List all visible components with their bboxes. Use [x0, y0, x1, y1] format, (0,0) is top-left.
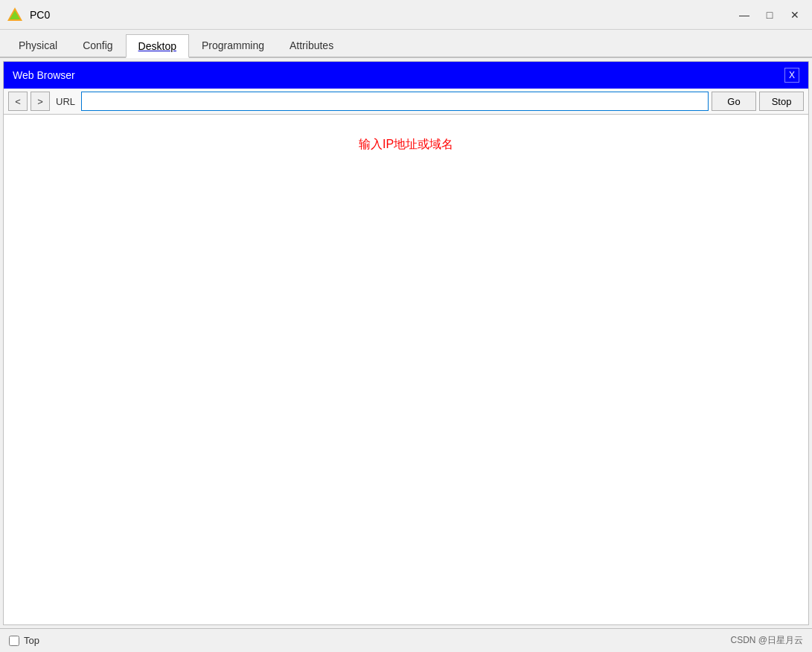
url-input[interactable] [81, 92, 709, 111]
go-button[interactable]: Go [712, 92, 756, 111]
browser-toolbar: < > URL Go Stop [4, 89, 808, 115]
tab-attributes[interactable]: Attributes [277, 33, 346, 57]
app-icon [6, 6, 24, 24]
top-label: Top [24, 635, 39, 646]
browser-content: 输入IP地址或域名 [4, 115, 808, 624]
title-bar: PC0 — □ ✕ [0, 0, 812, 30]
credit-text: CSDN @日星月云 [730, 634, 803, 647]
app-title: PC0 [30, 9, 50, 21]
stop-button[interactable]: Stop [759, 92, 804, 111]
tab-programming[interactable]: Programming [189, 33, 277, 57]
tab-desktop[interactable]: Desktop [126, 34, 189, 58]
back-button[interactable]: < [8, 92, 28, 111]
top-checkbox[interactable] [9, 636, 19, 646]
browser-header: Web Browser X [4, 62, 808, 89]
title-bar-left: PC0 [6, 6, 50, 24]
window-controls: — □ ✕ [733, 6, 806, 24]
main-content: Web Browser X < > URL Go Stop 输入IP地址或域名 [3, 61, 809, 625]
maximize-button[interactable]: □ [758, 6, 781, 24]
tab-bar: Physical Config Desktop Programming Attr… [0, 30, 812, 58]
url-placeholder-text: 输入IP地址或域名 [359, 137, 453, 153]
tab-config[interactable]: Config [70, 33, 125, 57]
browser-close-button[interactable]: X [784, 68, 799, 83]
status-bar-left: Top [9, 635, 39, 646]
browser-title: Web Browser [13, 69, 75, 81]
tab-physical[interactable]: Physical [6, 33, 70, 57]
minimize-button[interactable]: — [733, 6, 755, 24]
forward-button[interactable]: > [31, 92, 50, 111]
url-label: URL [53, 96, 78, 107]
status-bar: Top CSDN @日星月云 [0, 628, 812, 652]
close-button[interactable]: ✕ [784, 6, 806, 24]
